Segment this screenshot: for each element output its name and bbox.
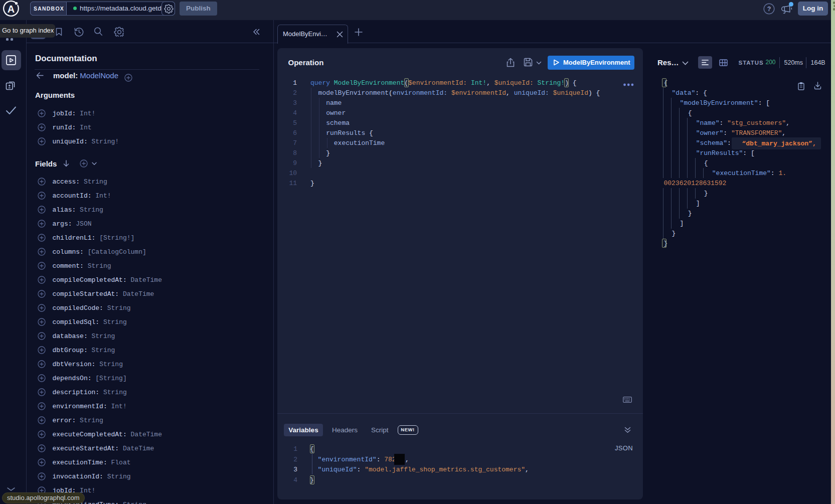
svg-text:A: A [8,4,15,15]
svg-text:?: ? [767,6,771,13]
